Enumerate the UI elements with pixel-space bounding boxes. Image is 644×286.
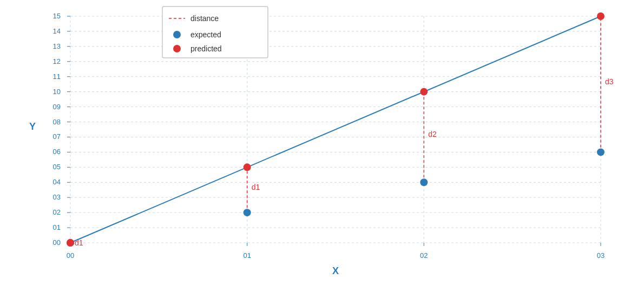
svg-text:d1: d1 <box>252 183 260 191</box>
svg-text:10: 10 <box>53 88 61 96</box>
svg-point-77 <box>597 12 604 20</box>
svg-text:02: 02 <box>420 251 428 260</box>
svg-text:X: X <box>332 265 339 276</box>
svg-point-73 <box>597 148 604 156</box>
svg-text:03: 03 <box>53 193 61 201</box>
svg-text:07: 07 <box>53 132 61 141</box>
svg-point-74 <box>67 239 74 247</box>
svg-text:00: 00 <box>53 238 61 247</box>
svg-text:03: 03 <box>597 251 604 260</box>
svg-text:06: 06 <box>53 148 61 156</box>
svg-text:Y: Y <box>29 121 36 132</box>
svg-point-72 <box>420 178 428 186</box>
svg-text:14: 14 <box>53 27 61 35</box>
svg-text:13: 13 <box>53 42 61 50</box>
svg-text:d1: d1 <box>75 238 83 247</box>
svg-point-83 <box>173 45 181 52</box>
svg-text:distance: distance <box>190 14 219 23</box>
svg-text:09: 09 <box>53 103 61 111</box>
svg-text:02: 02 <box>53 208 61 216</box>
svg-text:predicted: predicted <box>190 44 222 53</box>
svg-text:01: 01 <box>53 223 61 231</box>
svg-point-71 <box>244 209 251 216</box>
svg-point-75 <box>244 163 251 171</box>
chart-svg: 0001020304050607080910111213141500010203… <box>0 0 644 286</box>
svg-text:12: 12 <box>53 57 61 65</box>
svg-text:04: 04 <box>53 178 61 186</box>
svg-text:d3: d3 <box>605 77 614 86</box>
svg-text:expected: expected <box>190 30 221 39</box>
svg-text:05: 05 <box>53 163 61 171</box>
svg-text:11: 11 <box>53 72 61 81</box>
svg-point-81 <box>173 31 181 38</box>
svg-text:d2: d2 <box>428 130 437 138</box>
chart-container: 0001020304050607080910111213141500010203… <box>0 0 644 286</box>
svg-text:15: 15 <box>53 12 61 20</box>
svg-text:08: 08 <box>53 118 61 126</box>
svg-line-62 <box>70 16 601 243</box>
svg-text:00: 00 <box>67 251 74 260</box>
svg-point-76 <box>420 88 428 96</box>
svg-text:01: 01 <box>243 251 251 260</box>
